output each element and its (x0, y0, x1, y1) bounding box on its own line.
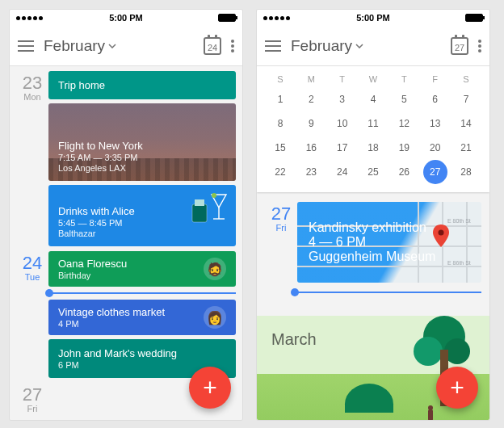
day-cell[interactable]: 16 (299, 136, 323, 160)
event-time: 4 — 6 PM (309, 235, 470, 250)
day-cell[interactable]: 25 (361, 160, 385, 184)
svg-point-4 (231, 44, 234, 48)
event-title: Flight to New York (58, 140, 226, 152)
week-row: 1 2 3 4 5 6 7 (268, 87, 478, 111)
day-cell[interactable]: 5 (392, 87, 416, 111)
battery-icon (465, 14, 483, 22)
day-cell[interactable]: 22 (268, 160, 292, 184)
overflow-menu-icon[interactable] (231, 40, 234, 52)
signal-dots-icon (16, 16, 43, 20)
svg-point-28 (414, 337, 443, 366)
day-cell[interactable]: 2 (299, 87, 323, 111)
phone-right: 5:00 PM February 27 S M T W T F S (257, 10, 489, 420)
event-time: 5:45 — 8:45 PM (58, 218, 226, 228)
next-month-label: March (271, 330, 317, 349)
menu-icon[interactable] (265, 40, 281, 52)
event-location: Guggenheim Museum (309, 250, 470, 264)
day-cell[interactable]: 21 (454, 136, 478, 160)
event-card-map[interactable]: E 80th St E 86th St Kandinsky exhibition… (297, 202, 481, 283)
status-bar: 5:00 PM (10, 10, 242, 26)
day-cell-selected[interactable]: 27 (423, 160, 447, 184)
day-row: 24 Tue Oana Florescu Birthday 🧔 Vi (16, 251, 236, 378)
day-cell[interactable]: 3 (330, 87, 355, 111)
day-label: 24 Tue (16, 251, 48, 378)
day-cell[interactable]: 8 (268, 111, 292, 136)
day-cell[interactable]: 15 (268, 136, 292, 160)
day-cell[interactable]: 7 (454, 87, 478, 111)
week-row: 22 23 24 25 26 27 28 (268, 160, 478, 184)
day-cell[interactable]: 14 (454, 111, 478, 136)
day-cell[interactable]: 9 (299, 111, 323, 136)
overflow-menu-icon[interactable] (478, 40, 481, 52)
week-row: 8 9 10 11 12 13 14 (268, 111, 478, 136)
day-label: 27 Fri (16, 383, 48, 413)
day-label: 27 Fri (265, 202, 297, 292)
chevron-down-icon (355, 44, 363, 48)
event-time: 4 PM (58, 319, 165, 329)
status-time: 5:00 PM (109, 13, 143, 23)
month-grid: S M T W T F S 1 2 3 4 5 6 7 8 9 10 1 (257, 66, 489, 192)
dow-row: S M T W T F S (268, 71, 478, 87)
day-cell[interactable]: 23 (299, 160, 323, 184)
day-row: 27 Fri E 80th St E 86th St (265, 202, 481, 292)
month-label: February (44, 37, 105, 55)
day-cell[interactable]: 12 (392, 111, 416, 136)
svg-point-16 (478, 44, 481, 48)
today-button[interactable]: 27 (451, 37, 468, 55)
person-decoration (428, 409, 433, 420)
today-button[interactable]: 24 (204, 37, 221, 55)
status-bar: 5:00 PM (257, 10, 489, 26)
menu-icon[interactable] (18, 40, 34, 52)
phone-left: 5:00 PM February 24 23 Mon T (10, 10, 242, 420)
svg-point-15 (478, 40, 481, 43)
svg-point-5 (231, 49, 234, 52)
event-location: Los Angeles LAX (58, 163, 226, 173)
day-cell[interactable]: 1 (268, 87, 292, 111)
status-time: 5:00 PM (356, 13, 390, 23)
day-cell[interactable]: 4 (361, 87, 385, 111)
create-event-button[interactable]: + (436, 367, 478, 409)
agenda-content[interactable]: 23 Mon Trip home Flight to New York 7:15… (10, 66, 242, 420)
day-cell[interactable]: 10 (330, 111, 355, 136)
event-location: Balthazar (58, 229, 226, 238)
event-card[interactable]: Oana Florescu Birthday 🧔 (48, 251, 236, 287)
day-cell[interactable]: 11 (361, 111, 385, 136)
hill-decoration (345, 384, 393, 413)
month-selector[interactable]: February (291, 37, 363, 55)
event-card[interactable]: Drinks with Alice 5:45 — 8:45 PM Balthaz… (48, 185, 236, 246)
week-row: 15 16 17 18 19 20 21 (268, 136, 478, 160)
day-cell[interactable]: 17 (330, 136, 355, 160)
day-cell[interactable]: 18 (361, 136, 385, 160)
month-content[interactable]: S M T W T F S 1 2 3 4 5 6 7 8 9 10 1 (257, 66, 489, 420)
event-card[interactable]: Trip home (48, 71, 236, 99)
day-cell[interactable]: 13 (423, 111, 447, 136)
event-title: John and Mark's wedding (58, 347, 226, 359)
svg-rect-11 (195, 199, 204, 206)
avatar: 👩 (204, 306, 226, 329)
app-bar: February 27 (257, 26, 489, 66)
month-label: February (291, 37, 352, 55)
day-cell[interactable]: 24 (330, 160, 355, 184)
svg-point-3 (231, 40, 234, 43)
event-card[interactable]: Vintage clothes market 4 PM 👩 (48, 300, 236, 335)
app-bar: February 24 (10, 26, 242, 66)
svg-point-17 (478, 49, 481, 52)
chevron-down-icon (108, 44, 116, 48)
event-title: Vintage clothes market (58, 306, 165, 318)
day-cell[interactable]: 28 (454, 160, 478, 184)
event-title: Kandinsky exhibition (309, 220, 470, 235)
event-subtitle: Birthday (58, 271, 127, 280)
day-cell[interactable]: 26 (392, 160, 416, 184)
month-selector[interactable]: February (44, 37, 116, 55)
svg-point-9 (212, 193, 216, 198)
event-title: Oana Florescu (58, 258, 127, 270)
day-cell[interactable]: 6 (423, 87, 447, 111)
day-cell[interactable]: 19 (392, 136, 416, 160)
event-card[interactable]: Flight to New York 7:15 AM — 3:35 PM Los… (48, 103, 236, 181)
battery-icon (218, 14, 236, 22)
avatar: 🧔 (204, 258, 226, 280)
signal-dots-icon (263, 16, 290, 20)
day-cell[interactable]: 20 (423, 136, 447, 160)
event-title: Trip home (58, 79, 226, 91)
create-event-button[interactable]: + (189, 367, 231, 409)
